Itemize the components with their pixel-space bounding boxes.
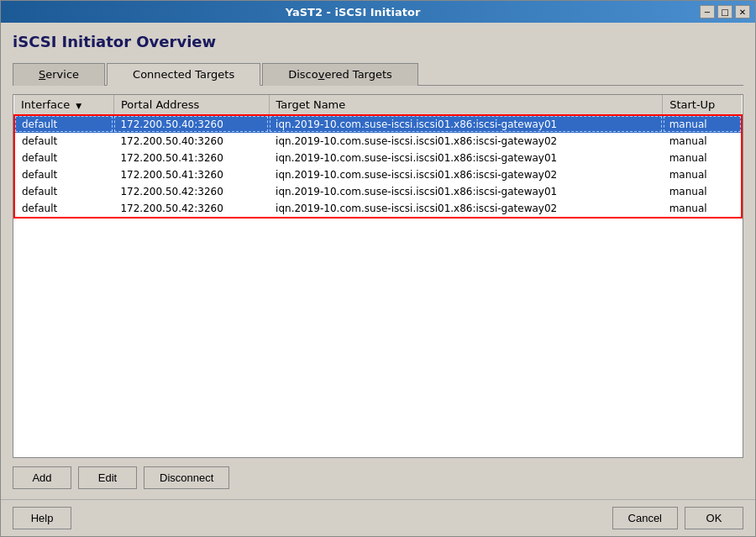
- footer: Help Cancel OK: [1, 499, 755, 536]
- cancel-button[interactable]: Cancel: [612, 507, 678, 529]
- window-body: iSCSI Initiator Overview Service Connect…: [1, 23, 755, 499]
- tab-connected-targets-label: Connected Targets: [133, 68, 234, 81]
- cell-portal: 172.200.50.41:3260: [113, 150, 269, 166]
- cell-startup: manual: [663, 200, 742, 218]
- cell-startup: manual: [663, 183, 742, 200]
- col-interface[interactable]: Interface ▼: [14, 95, 113, 115]
- disconnect-button[interactable]: Disconnect: [144, 466, 229, 489]
- window-controls: − □ ✕: [700, 5, 750, 18]
- cell-portal: 172.200.50.40:3260: [113, 115, 269, 133]
- cell-startup: manual: [663, 150, 742, 166]
- table-row[interactable]: default172.200.50.42:3260iqn.2019-10.com…: [14, 183, 742, 200]
- cell-portal: 172.200.50.41:3260: [113, 166, 269, 183]
- cell-interface: default: [14, 166, 113, 183]
- main-window: YaST2 - iSCSI Initiator − □ ✕ iSCSI Init…: [0, 0, 756, 537]
- tab-service-label: Service: [39, 68, 79, 81]
- cell-target: iqn.2019-10.com.suse-iscsi.iscsi01.x86:i…: [269, 133, 663, 150]
- sort-icon: ▼: [76, 102, 81, 110]
- page-title: iSCSI Initiator Overview: [13, 33, 743, 50]
- cell-startup: manual: [663, 133, 742, 150]
- table-row[interactable]: default172.200.50.42:3260iqn.2019-10.com…: [14, 200, 742, 218]
- cell-interface: default: [14, 183, 113, 200]
- title-bar: YaST2 - iSCSI Initiator − □ ✕: [1, 1, 755, 23]
- col-target[interactable]: Target Name: [269, 95, 663, 115]
- cell-startup: manual: [663, 115, 742, 133]
- footer-right-buttons: Cancel OK: [612, 507, 743, 529]
- cell-interface: default: [14, 150, 113, 166]
- col-startup[interactable]: Start-Up: [663, 95, 742, 115]
- tab-discovered-targets[interactable]: Discovered Targets: [262, 63, 418, 86]
- cell-portal: 172.200.50.42:3260: [113, 183, 269, 200]
- targets-table-container: Interface ▼ Portal Address Target Name S…: [13, 94, 743, 458]
- table-row[interactable]: default172.200.50.40:3260iqn.2019-10.com…: [14, 133, 742, 150]
- cell-portal: 172.200.50.40:3260: [113, 133, 269, 150]
- cell-portal: 172.200.50.42:3260: [113, 200, 269, 218]
- help-button[interactable]: Help: [13, 507, 71, 529]
- ok-button[interactable]: OK: [685, 507, 743, 529]
- table-row[interactable]: default172.200.50.41:3260iqn.2019-10.com…: [14, 150, 742, 166]
- cell-target: iqn.2019-10.com.suse-iscsi.iscsi01.x86:i…: [269, 183, 663, 200]
- close-button[interactable]: ✕: [735, 5, 750, 18]
- table-row[interactable]: default172.200.50.41:3260iqn.2019-10.com…: [14, 166, 742, 183]
- tab-connected-targets[interactable]: Connected Targets: [107, 63, 260, 86]
- table-row[interactable]: default172.200.50.40:3260iqn.2019-10.com…: [14, 115, 742, 133]
- minimize-button[interactable]: −: [700, 5, 715, 18]
- maximize-button[interactable]: □: [717, 5, 732, 18]
- cell-interface: default: [14, 115, 113, 133]
- cell-target: iqn.2019-10.com.suse-iscsi.iscsi01.x86:i…: [269, 150, 663, 166]
- tab-bar: Service Connected Targets Discovered Tar…: [13, 62, 743, 86]
- tab-service[interactable]: Service: [13, 63, 105, 86]
- cell-startup: manual: [663, 166, 742, 183]
- action-buttons: Add Edit Disconnect: [13, 466, 743, 489]
- edit-button[interactable]: Edit: [78, 466, 137, 489]
- targets-table: Interface ▼ Portal Address Target Name S…: [13, 95, 743, 218]
- cell-interface: default: [14, 200, 113, 218]
- cell-target: iqn.2019-10.com.suse-iscsi.iscsi01.x86:i…: [269, 200, 663, 218]
- table-header-row: Interface ▼ Portal Address Target Name S…: [14, 95, 742, 115]
- cell-target: iqn.2019-10.com.suse-iscsi.iscsi01.x86:i…: [269, 115, 663, 133]
- add-button[interactable]: Add: [13, 466, 71, 489]
- col-portal[interactable]: Portal Address: [113, 95, 269, 115]
- table-body: default172.200.50.40:3260iqn.2019-10.com…: [14, 115, 742, 218]
- tab-discovered-targets-label: Discovered Targets: [288, 68, 392, 81]
- cell-target: iqn.2019-10.com.suse-iscsi.iscsi01.x86:i…: [269, 166, 663, 183]
- cell-interface: default: [14, 133, 113, 150]
- window-title: YaST2 - iSCSI Initiator: [6, 6, 700, 18]
